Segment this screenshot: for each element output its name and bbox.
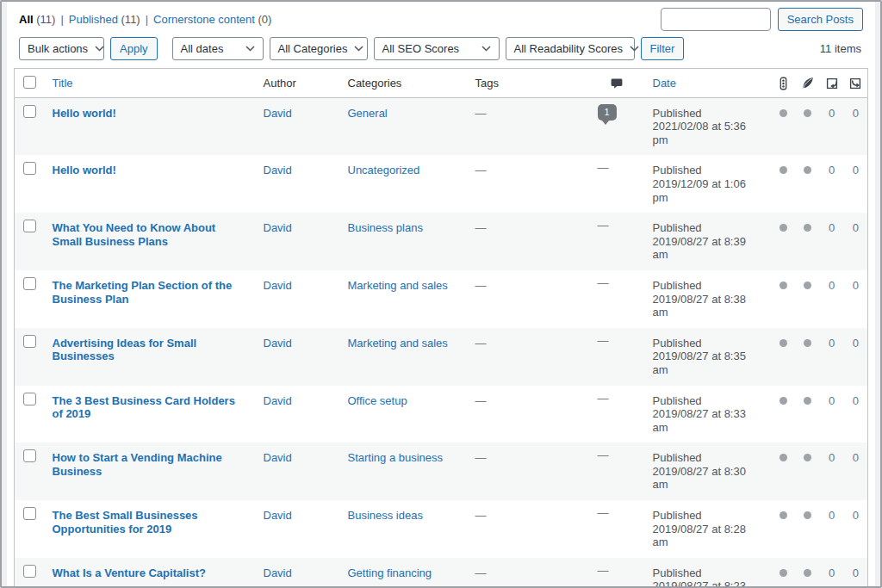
author-link[interactable]: David [264,451,292,464]
readability-score-cell [796,155,820,213]
chevron-down-icon [245,46,255,52]
incoming-links-header [820,69,844,98]
bulk-actions-select[interactable]: Bulk actions [19,37,104,60]
category-link[interactable]: Business ideas [348,509,423,522]
category-link[interactable]: Uncategorized [348,164,420,176]
author-link[interactable]: David [264,566,292,579]
row-checkbox[interactable] [23,335,36,348]
all-dates-select[interactable]: All dates [172,37,264,60]
readability-score-dot [804,109,811,117]
post-title-link[interactable]: The Best Small Businesses Opportunities … [53,509,198,535]
all-categories-label: All Categories [278,42,348,55]
view-link-published[interactable]: Published (11) [69,13,140,26]
filter-button[interactable]: Filter [641,37,685,60]
author-link[interactable]: David [264,394,292,407]
readability-score-dot [804,339,811,347]
author-link[interactable]: David [264,221,292,234]
category-link[interactable]: Office setup [348,394,407,407]
date-cell: Published 2019/08/27 at 8:38 am [644,270,772,328]
post-title-link[interactable]: The 3 Best Business Card Holders of 2019 [53,394,235,421]
row-checkbox[interactable] [23,507,36,520]
all-readability-scores-select[interactable]: All Readability Scores [506,37,635,60]
all-dates-label: All dates [181,42,224,55]
row-checkbox[interactable] [23,393,36,405]
post-date: 2019/08/27 at 8:39 am [653,235,763,262]
author-link[interactable]: David [264,337,292,350]
author-link[interactable]: David [264,279,292,292]
comments-cell: — [589,270,644,328]
seo-score-dot [780,454,787,461]
author-link[interactable]: David [264,509,292,522]
tags-value: — [467,558,589,588]
all-seo-scores-select[interactable]: All SEO Scores [374,37,500,60]
chevron-down-icon [354,46,363,52]
category-link[interactable]: Getting financing [348,566,432,579]
items-count: 11 items [820,42,863,55]
row-checkbox[interactable] [23,105,36,118]
view-link-cornerstone[interactable]: Cornerstone content (0) [153,13,271,26]
date-cell: Published 2019/08/27 at 8:28 am [644,500,772,558]
row-checkbox[interactable] [23,162,36,175]
author-link[interactable]: David [264,107,292,120]
apply-button[interactable]: Apply [110,37,158,60]
category-link[interactable]: Marketing and sales [348,337,448,350]
row-checkbox[interactable] [23,449,36,462]
outgoing-links-count: 0 [844,558,868,588]
category-link[interactable]: Marketing and sales [348,279,448,292]
post-title-link[interactable]: Hello world! [53,107,116,120]
post-title-link[interactable]: What Is a Venture Capitalist? [53,566,206,579]
outgoing-internal-links-icon [848,77,862,90]
readability-score-cell [796,386,820,443]
seo-score-dot [780,511,787,519]
category-link[interactable]: Business plans [348,221,423,234]
outgoing-links-count: 0 [844,386,868,443]
all-seo-scores-label: All SEO Scores [382,42,460,55]
comment-count-badge[interactable]: 1 [598,104,617,121]
post-row: Hello world! David Uncategorized — — Pub… [15,155,868,213]
row-checkbox[interactable] [23,220,36,232]
search-box: Search Posts [661,8,863,31]
sort-date-header[interactable]: Date [653,77,676,90]
search-posts-button[interactable]: Search Posts [778,8,863,31]
seo-score-cell [772,328,796,386]
tags-value: — [467,270,589,328]
post-title-link[interactable]: Advertising Ideas for Small Businesses [53,337,197,363]
readability-feather-icon [801,77,814,90]
post-date: 2021/02/08 at 5:36 pm [653,120,763,146]
seo-score-cell [772,155,796,213]
post-row: The Marketing Plan Section of the Busine… [15,270,868,328]
outgoing-links-header [844,69,868,98]
readability-score-header [796,69,820,98]
row-checkbox[interactable] [23,565,36,578]
post-title-link[interactable]: How to Start a Vending Machine Business [53,451,222,478]
select-all-checkbox[interactable] [23,76,36,89]
view-filter-links: All (11)|Published (11)|Cornerstone cont… [19,8,271,26]
post-title-link[interactable]: Hello world! [53,164,116,176]
seo-score-cell [772,500,796,558]
bulk-actions-label: Bulk actions [28,42,88,55]
readability-score-dot [804,224,811,232]
tags-header: Tags [467,69,589,98]
post-status: Published [653,337,763,350]
view-separator: | [60,13,63,26]
chevron-down-icon [95,46,104,52]
date-cell: Published 2019/08/27 at 8:30 am [644,443,772,500]
readability-score-dot [804,511,811,519]
posts-list-page: All (11)|Published (11)|Cornerstone cont… [7,2,875,588]
all-categories-select[interactable]: All Categories [270,37,368,60]
category-link[interactable]: Starting a business [348,451,444,464]
post-row: What You Need to Know About Small Busine… [15,213,868,270]
post-date: 2019/08/27 at 8:33 am [653,407,763,434]
post-status: Published [653,451,763,465]
post-title-link[interactable]: The Marketing Plan Section of the Busine… [53,279,233,306]
row-checkbox[interactable] [23,277,36,290]
author-header: Author [255,69,339,98]
comments-cell: — [589,443,644,500]
category-link[interactable]: General [348,107,388,120]
post-title-link[interactable]: What You Need to Know About Small Busine… [53,221,216,248]
sort-title-header[interactable]: Title [53,77,73,90]
author-link[interactable]: David [264,164,292,176]
search-input[interactable] [661,8,771,31]
seo-score-cell [772,386,796,443]
view-link-all[interactable]: All (11) [19,13,55,26]
